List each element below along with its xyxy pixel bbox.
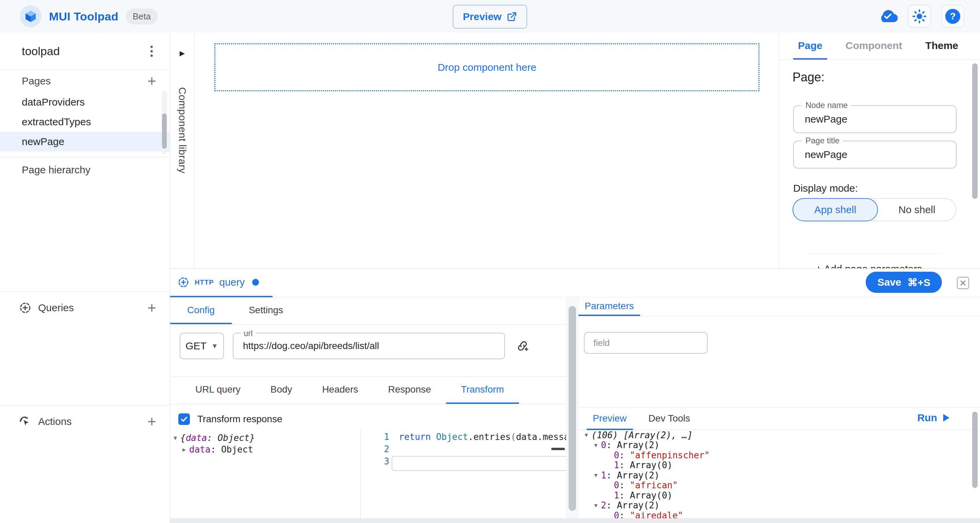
json-tree-row[interactable]: 0: "airedale" bbox=[581, 510, 966, 518]
json-tree-row[interactable]: ▼0: Array(2) bbox=[581, 440, 966, 450]
parameter-field-placeholder: field bbox=[585, 333, 707, 353]
json-tree-row[interactable]: ▼2: Array(2) bbox=[581, 501, 966, 511]
mui-logo-icon bbox=[20, 5, 41, 27]
transform-code-editor[interactable]: 1return Object.entries(data.messag23 bbox=[360, 429, 566, 518]
tab-headers[interactable]: Headers bbox=[307, 376, 373, 404]
code-line-1[interactable]: 1return Object.entries(data.messag bbox=[361, 431, 566, 443]
pages-list: dataProvidersextractedTypesnewPage bbox=[0, 92, 170, 151]
display-mode-label: Display mode: bbox=[793, 182, 858, 194]
explorer-sidebar: toolpad Pages + dataProvidersextractedTy… bbox=[0, 33, 170, 523]
query-editor-panel: HTTP query Save ⌘+S ConfigSettings GE bbox=[170, 268, 980, 523]
run-label: Run bbox=[917, 412, 937, 424]
query-icon bbox=[178, 276, 189, 288]
save-shortcut: ⌘+S bbox=[907, 276, 930, 289]
parameter-field-input[interactable]: field bbox=[584, 332, 708, 354]
json-tree-row[interactable]: 0: "affenpinscher" bbox=[581, 450, 966, 460]
tab-preview[interactable]: Preview bbox=[587, 408, 633, 430]
tab-parameters[interactable]: Parameters bbox=[579, 297, 640, 316]
help-button[interactable]: ? bbox=[941, 5, 964, 28]
run-button[interactable]: Run bbox=[917, 412, 950, 424]
tab-dev-tools[interactable]: Dev Tools bbox=[643, 408, 696, 430]
json-tree-row[interactable]: ▼(106) [Array(2), …] bbox=[581, 430, 966, 440]
tab-transform[interactable]: Transform bbox=[446, 376, 519, 404]
inspector-scrollbar[interactable] bbox=[972, 36, 978, 265]
save-label: Save bbox=[877, 276, 901, 288]
panel-scrollbar[interactable] bbox=[566, 297, 579, 518]
pages-scrollbar[interactable] bbox=[162, 91, 167, 154]
query-name: query bbox=[219, 276, 245, 288]
preview-scrollbar[interactable] bbox=[972, 411, 978, 512]
actions-section[interactable]: Actions + bbox=[0, 405, 170, 437]
json-tree-row[interactable]: 0: "african" bbox=[581, 480, 966, 491]
node-name-field[interactable]: Node name newPage bbox=[793, 105, 956, 133]
close-panel-button[interactable] bbox=[957, 277, 969, 289]
unsaved-dot-badge bbox=[252, 279, 259, 286]
inspector-panel: PageComponentTheme Page: Node name newPa… bbox=[778, 33, 980, 268]
display-mode-app-shell[interactable]: App shell bbox=[792, 198, 878, 221]
save-button[interactable]: Save ⌘+S bbox=[865, 272, 942, 293]
inspector-tabs: PageComponentTheme bbox=[779, 33, 980, 60]
mui-toolpad-app: MUI Toolpad Beta Preview bbox=[0, 0, 980, 523]
http-method-select[interactable]: GET ▼ bbox=[180, 333, 224, 359]
expander-icon[interactable]: ▼ bbox=[591, 472, 601, 478]
tab-component[interactable]: Component bbox=[841, 33, 907, 60]
cloud-done-icon bbox=[878, 9, 898, 24]
app-title: MUI Toolpad bbox=[49, 10, 118, 23]
beta-badge: Beta bbox=[126, 8, 158, 24]
expander-icon[interactable]: ▼ bbox=[170, 434, 180, 441]
theme-toggle-button[interactable] bbox=[908, 5, 931, 28]
preview-button[interactable]: Preview bbox=[453, 5, 527, 29]
expand-library-icon[interactable]: ▶ bbox=[180, 49, 185, 57]
query-tab[interactable]: HTTP query bbox=[170, 269, 272, 297]
queries-section[interactable]: Queries + bbox=[0, 292, 170, 324]
queries-icon bbox=[19, 302, 31, 314]
expander-icon[interactable]: ▶ bbox=[179, 446, 189, 453]
query-protocol: HTTP bbox=[195, 279, 214, 286]
tab-body[interactable]: Body bbox=[256, 376, 307, 404]
url-field[interactable]: url https://dog.ceo/api/breeds/list/all bbox=[233, 333, 505, 359]
tab-url-query[interactable]: URL query bbox=[180, 376, 256, 404]
display-mode-toggle: App shellNo shell bbox=[792, 198, 956, 221]
check-icon bbox=[180, 415, 188, 423]
external-link-icon bbox=[507, 11, 517, 22]
add-action-button[interactable]: + bbox=[147, 414, 156, 429]
page-heading: Page: bbox=[792, 70, 824, 85]
sidebar-item-extractedtypes[interactable]: extractedTypes bbox=[0, 112, 170, 132]
page-title-field[interactable]: Page title newPage bbox=[793, 140, 956, 169]
expander-icon[interactable]: ▼ bbox=[591, 442, 601, 448]
json-tree-row[interactable]: ▼1: Array(2) bbox=[581, 470, 966, 480]
bind-url-button[interactable] bbox=[516, 339, 530, 353]
add-page-parameters-button[interactable]: + Add page parameters bbox=[816, 263, 959, 268]
config-settings-tabs: ConfigSettings bbox=[170, 297, 566, 324]
brand[interactable]: MUI Toolpad Beta bbox=[0, 5, 158, 27]
drop-hint: Drop component here bbox=[438, 62, 536, 73]
json-tree-row[interactable]: 1: Array(0) bbox=[581, 460, 966, 470]
sidebar-item-newpage[interactable]: newPage bbox=[0, 132, 170, 151]
code-line-2[interactable]: 2 bbox=[361, 443, 566, 455]
bottom-strip bbox=[170, 518, 980, 523]
expander-icon[interactable]: ▼ bbox=[581, 432, 592, 438]
component-library-panel[interactable]: ▶ Component library bbox=[170, 33, 195, 268]
expander-icon[interactable]: ▼ bbox=[591, 502, 601, 509]
tab-page[interactable]: Page bbox=[793, 33, 827, 60]
transform-response-checkbox[interactable] bbox=[178, 413, 190, 425]
display-mode-no-shell[interactable]: No shell bbox=[871, 198, 956, 221]
drop-zone[interactable]: Drop component here bbox=[215, 43, 759, 91]
sidebar-item-dataproviders[interactable]: dataProviders bbox=[0, 92, 170, 112]
scope-row[interactable]: ▼{data: Object} bbox=[170, 432, 360, 444]
url-value[interactable]: https://dog.ceo/api/breeds/list/all bbox=[234, 333, 504, 359]
json-tree-row[interactable]: 1: Array(0) bbox=[581, 490, 966, 501]
cursor-decoration bbox=[551, 448, 565, 450]
tab-config[interactable]: Config bbox=[170, 297, 232, 324]
add-page-button[interactable]: + bbox=[147, 73, 156, 89]
tab-theme[interactable]: Theme bbox=[920, 33, 963, 60]
tab-settings[interactable]: Settings bbox=[232, 297, 300, 324]
project-menu-button[interactable] bbox=[148, 43, 155, 59]
line-number: 1 bbox=[361, 432, 399, 442]
scope-row[interactable]: ▶data: Object bbox=[170, 444, 360, 455]
pages-section-label: Pages bbox=[22, 75, 51, 87]
add-query-button[interactable]: + bbox=[147, 300, 156, 315]
link-icon bbox=[516, 339, 530, 353]
tab-response[interactable]: Response bbox=[373, 376, 446, 404]
transform-response-label: Transform response bbox=[197, 414, 282, 424]
